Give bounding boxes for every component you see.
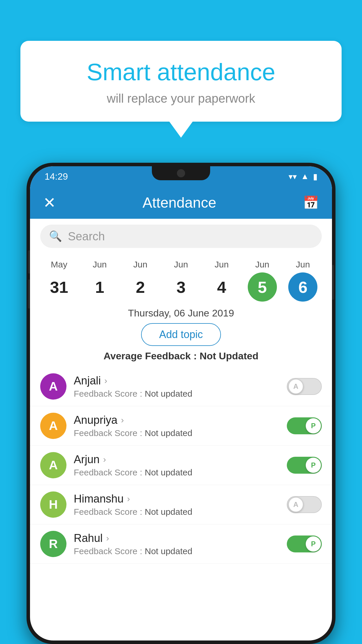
feedback-score: Feedback Score : Not updated xyxy=(74,428,280,438)
signal-icon: ▲ xyxy=(301,172,309,181)
avg-feedback: Average Feedback : Not Updated xyxy=(30,350,332,362)
student-avatar: A xyxy=(40,373,66,400)
toggle-knob: P xyxy=(306,458,321,473)
speech-bubble-subtitle: will replace your paperwork xyxy=(44,92,318,106)
cal-day-number: 6 xyxy=(288,272,317,302)
cal-month-label: Jun xyxy=(215,260,229,270)
search-placeholder: Search xyxy=(68,230,105,243)
student-name: Anjali › xyxy=(74,374,280,387)
battery-icon: ▮ xyxy=(313,172,317,181)
feedback-score: Feedback Score : Not updated xyxy=(74,468,280,477)
student-name: Rahul › xyxy=(74,532,280,545)
attendance-toggle-wrapper[interactable]: P xyxy=(287,457,322,474)
student-avatar: A xyxy=(40,413,66,439)
student-list-item[interactable]: RRahul ›Feedback Score : Not updatedP xyxy=(30,524,332,564)
toggle-knob: P xyxy=(306,536,321,552)
toggle-knob: A xyxy=(288,497,303,512)
calendar-day-0[interactable]: May31 xyxy=(42,260,77,302)
student-name: Arjun › xyxy=(74,453,280,466)
student-list-item[interactable]: HHimanshu ›Feedback Score : Not updatedA xyxy=(30,485,332,524)
cal-month-label: Jun xyxy=(133,260,147,270)
attendance-toggle[interactable]: P xyxy=(287,417,322,434)
attendance-toggle-wrapper[interactable]: A xyxy=(287,496,322,513)
attendance-toggle[interactable]: A xyxy=(287,496,322,513)
calendar-icon[interactable]: 📅 xyxy=(303,195,319,210)
speech-bubble-title: Smart attendance xyxy=(44,58,318,86)
status-icons: ▾▾ ▲ ▮ xyxy=(289,172,317,181)
attendance-toggle[interactable]: P xyxy=(287,536,322,552)
search-icon: 🔍 xyxy=(49,230,62,242)
attendance-toggle-wrapper[interactable]: P xyxy=(287,536,322,552)
attendance-toggle-wrapper[interactable]: P xyxy=(287,417,322,434)
cal-day-number: 1 xyxy=(85,272,114,302)
add-topic-button[interactable]: Add topic xyxy=(141,323,221,346)
calendar-day-2[interactable]: Jun2 xyxy=(123,260,158,302)
camera xyxy=(177,169,185,177)
cal-month-label: Jun xyxy=(296,260,310,270)
student-info: Arjun ›Feedback Score : Not updated xyxy=(74,453,280,477)
phone-screen: 14:29 ▾▾ ▲ ▮ ✕ Attendance 📅 🔍 Search May… xyxy=(30,166,332,640)
avg-feedback-label: Average Feedback : xyxy=(103,350,199,361)
cal-day-number: 5 xyxy=(248,272,277,302)
attendance-toggle-wrapper[interactable]: A xyxy=(287,378,322,395)
feedback-score: Feedback Score : Not updated xyxy=(74,389,280,399)
chevron-icon: › xyxy=(121,415,124,425)
wifi-icon: ▾▾ xyxy=(289,172,297,181)
phone-notch xyxy=(152,163,210,180)
student-info: Anupriya ›Feedback Score : Not updated xyxy=(74,414,280,438)
phone-frame: 14:29 ▾▾ ▲ ▮ ✕ Attendance 📅 🔍 Search May… xyxy=(27,163,335,644)
student-name: Himanshu › xyxy=(74,493,280,505)
chevron-icon: › xyxy=(103,454,106,464)
selected-date-label: Thursday, 06 June 2019 xyxy=(30,307,332,319)
cal-month-label: Jun xyxy=(93,260,107,270)
power-button xyxy=(332,265,334,300)
student-list-item[interactable]: AAnupriya ›Feedback Score : Not updatedP xyxy=(30,406,332,446)
speech-bubble-container: Smart attendance will replace your paper… xyxy=(20,41,342,138)
student-list-item[interactable]: AAnjali ›Feedback Score : Not updatedA xyxy=(30,367,332,406)
student-avatar: A xyxy=(40,452,66,478)
toggle-knob: P xyxy=(306,418,321,433)
calendar-day-6[interactable]: Jun6 xyxy=(285,260,320,302)
chevron-icon: › xyxy=(106,533,109,543)
student-list: AAnjali ›Feedback Score : Not updatedAAA… xyxy=(30,367,332,564)
app-header: ✕ Attendance 📅 xyxy=(30,187,332,219)
student-avatar: H xyxy=(40,491,66,518)
student-info: Anjali ›Feedback Score : Not updated xyxy=(74,374,280,399)
student-info: Rahul ›Feedback Score : Not updated xyxy=(74,532,280,556)
calendar-day-1[interactable]: Jun1 xyxy=(82,260,117,302)
speech-bubble: Smart attendance will replace your paper… xyxy=(20,41,342,122)
cal-month-label: Jun xyxy=(174,260,188,270)
attendance-toggle[interactable]: A xyxy=(287,378,322,395)
cal-month-label: May xyxy=(51,260,67,270)
cal-month-label: Jun xyxy=(255,260,269,270)
close-button[interactable]: ✕ xyxy=(43,194,56,211)
student-info: Himanshu ›Feedback Score : Not updated xyxy=(74,493,280,517)
cal-day-number: 2 xyxy=(126,272,155,302)
calendar-day-3[interactable]: Jun3 xyxy=(164,260,198,302)
cal-day-number: 3 xyxy=(166,272,196,302)
search-bar[interactable]: 🔍 Search xyxy=(40,225,322,248)
student-name: Anupriya › xyxy=(74,414,280,426)
speech-bubble-arrow xyxy=(169,122,193,138)
feedback-score: Feedback Score : Not updated xyxy=(74,546,280,556)
chevron-icon: › xyxy=(104,376,107,386)
student-avatar: R xyxy=(40,531,66,557)
calendar-day-5[interactable]: Jun5 xyxy=(245,260,280,302)
calendar-day-4[interactable]: Jun4 xyxy=(204,260,239,302)
chevron-icon: › xyxy=(127,494,130,504)
feedback-score: Feedback Score : Not updated xyxy=(74,507,280,517)
attendance-toggle[interactable]: P xyxy=(287,457,322,474)
cal-day-number: 4 xyxy=(207,272,236,302)
student-list-item[interactable]: AArjun ›Feedback Score : Not updatedP xyxy=(30,446,332,485)
calendar-strip: May31Jun1Jun2Jun3Jun4Jun5Jun6 xyxy=(30,254,332,302)
cal-day-number: 31 xyxy=(45,272,74,302)
avg-feedback-value: Not Updated xyxy=(200,350,259,361)
toggle-knob: A xyxy=(288,379,303,394)
status-time: 14:29 xyxy=(45,171,68,182)
header-title: Attendance xyxy=(143,194,216,211)
